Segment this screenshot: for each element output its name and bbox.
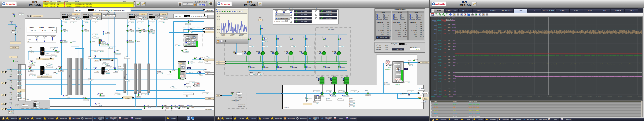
svg-text:CV2222: CV2222 xyxy=(190,29,194,30)
svg-text:A3550: A3550 xyxy=(102,70,105,71)
svg-text:1.095: 1.095 xyxy=(19,85,22,86)
svg-text:HELIUM GUARD: HELIUM GUARD xyxy=(231,100,239,101)
svg-text:911 Hz: 911 Hz xyxy=(323,96,325,97)
svg-text:84.5 %: 84.5 % xyxy=(191,62,194,64)
svg-text:1.344: 1.344 xyxy=(140,19,142,20)
svg-text:110.00: 110.00 xyxy=(452,24,455,25)
svg-text:8.2 K: 8.2 K xyxy=(411,91,413,92)
svg-text:Initializing: Initializing xyxy=(418,15,422,16)
svg-text:PT_HIAF: PT_HIAF xyxy=(419,88,423,89)
svg-text:3.9 %: 3.9 % xyxy=(398,70,401,71)
svg-text:TT3238: TT3238 xyxy=(114,92,118,93)
svg-text:%: % xyxy=(191,16,192,17)
svg-text:0.0: 0.0 xyxy=(51,67,52,68)
svg-text:Air Liquide: Air Liquide xyxy=(436,3,445,5)
svg-text:105.00: 105.00 xyxy=(448,27,450,28)
svg-text:WCS HP: WCS HP xyxy=(30,27,34,28)
svg-text:TT3590: TT3590 xyxy=(149,21,152,22)
svg-text:Fault: Fault xyxy=(378,17,380,18)
svg-text:55.00: 55.00 xyxy=(438,59,441,60)
svg-text:90.9 %: 90.9 % xyxy=(199,61,203,62)
svg-text:Started: Started xyxy=(385,17,388,18)
svg-text:30.00: 30.00 xyxy=(453,75,455,76)
svg-text:Thermal shields: Thermal shields xyxy=(206,14,213,15)
svg-text:28.34: 28.34 xyxy=(420,30,422,31)
svg-text:90.00: 90.00 xyxy=(438,37,441,38)
svg-text:CV3559: CV3559 xyxy=(113,67,116,68)
svg-text:PT4549: PT4549 xyxy=(149,31,152,32)
svg-text:HV3369: HV3369 xyxy=(92,41,95,42)
svg-text:TT3495: TT3495 xyxy=(158,21,162,22)
svg-text:FDT4551: FDT4551 xyxy=(106,65,110,66)
svg-text:0.0 %: 0.0 % xyxy=(188,42,191,43)
svg-text:VLP2 Enable: VLP2 Enable xyxy=(301,14,307,15)
svg-text:TSH2340: TSH2340 xyxy=(290,52,292,52)
svg-text:3.600: 3.600 xyxy=(434,25,436,26)
svg-text:TT2372: TT2372 xyxy=(338,45,342,46)
svg-text:TT2332: TT2332 xyxy=(276,45,279,46)
svg-text:ST3560: ST3560 xyxy=(95,16,98,17)
svg-text:From Thermal Shield: From Thermal Shield xyxy=(185,93,192,94)
svg-text:TT3510: TT3510 xyxy=(43,73,46,74)
svg-text:VP2340: VP2340 xyxy=(284,51,288,52)
svg-text:%: % xyxy=(406,36,407,37)
svg-text:VLP1 Enable: VLP1 Enable xyxy=(301,11,307,12)
svg-text:XV2369: XV2369 xyxy=(326,39,330,40)
svg-text:1533: 1533 xyxy=(163,17,165,18)
svg-text:4.50 KW: 4.50 KW xyxy=(102,44,106,45)
svg-text:1997: 1997 xyxy=(75,17,78,18)
svg-text:Compressors: Compressors xyxy=(125,98,130,99)
svg-text:3400: 3400 xyxy=(444,29,446,30)
svg-text:CV3303: CV3303 xyxy=(97,103,100,104)
svg-text:SP CL_L_CV3482 DEWAR: SP CL_L_CV3482 DEWAR xyxy=(193,16,207,17)
svg-text:0.0 %: 0.0 % xyxy=(99,105,102,106)
svg-text:To safe location: To safe location xyxy=(206,28,212,29)
svg-text:PT4502: PT4502 xyxy=(16,73,20,74)
svg-text:120.00: 120.00 xyxy=(452,17,455,18)
svg-text:200: 200 xyxy=(444,90,446,91)
svg-text:70.00: 70.00 xyxy=(438,49,441,50)
svg-text:16.0 K: 16.0 K xyxy=(131,22,134,23)
svg-text:0.1: 0.1 xyxy=(86,68,87,69)
svg-text:XV4305: XV4305 xyxy=(9,102,12,103)
svg-text:Rotating: Rotating xyxy=(385,19,388,20)
svg-text:100.0 %: 100.0 % xyxy=(319,95,323,96)
svg-text:PT4469: PT4469 xyxy=(204,69,207,70)
svg-text:Nb necessary pumps :: Nb necessary pumps : xyxy=(274,21,285,22)
svg-text:19.6 K: 19.6 K xyxy=(117,94,120,95)
svg-text:TT3480: TT3480 xyxy=(182,71,184,72)
svg-text:1.800: 1.800 xyxy=(434,60,436,61)
svg-text:Stages CCs: Stages CCs xyxy=(396,49,402,50)
svg-text:81.3 %: 81.3 % xyxy=(64,41,67,42)
svg-text:1800: 1800 xyxy=(444,60,446,61)
svg-text:2K from HIAF: 2K from HIAF xyxy=(422,93,427,94)
svg-text:80.00: 80.00 xyxy=(438,43,441,44)
svg-text:33.77: 33.77 xyxy=(403,30,406,31)
svg-text:CV3541: CV3541 xyxy=(189,105,192,106)
svg-text:0.0 %: 0.0 % xyxy=(423,101,426,102)
svg-text:15.15: 15.15 xyxy=(21,14,24,15)
svg-text:75.00: 75.00 xyxy=(453,46,455,47)
svg-text:XV4299: XV4299 xyxy=(9,80,12,81)
svg-text:Cooling water: Cooling water xyxy=(218,61,223,62)
svg-text:CV_HIAF closed: CV_HIAF closed xyxy=(400,94,407,95)
svg-text:100.0 %: 100.0 % xyxy=(9,110,13,112)
svg-text:TSH2370: TSH2370 xyxy=(338,52,340,52)
svg-text:TT2322: TT2322 xyxy=(262,45,266,46)
svg-text:M Enable M TSH: M Enable M TSH xyxy=(386,69,390,70)
svg-text:70.00: 70.00 xyxy=(448,49,450,50)
svg-text:Graph 3450: Graph 3450 xyxy=(376,49,381,50)
svg-text:8.2 K: 8.2 K xyxy=(342,91,344,92)
svg-text:CV3560: CV3560 xyxy=(84,29,87,30)
svg-text:% bis: % bis xyxy=(447,19,450,20)
svg-text:-X3501: -X3501 xyxy=(19,80,20,83)
svg-text:80.00: 80.00 xyxy=(453,43,455,44)
svg-text:To LT3286: To LT3286 xyxy=(238,101,242,102)
svg-text:65.00: 65.00 xyxy=(453,53,455,54)
svg-text:HV3379: HV3379 xyxy=(137,41,140,42)
svg-text:0.0: 0.0 xyxy=(353,99,355,100)
svg-text:PT4360: PT4360 xyxy=(92,18,95,19)
svg-text:100.0 %: 100.0 % xyxy=(136,96,140,97)
svg-text:0.00: 0.00 xyxy=(453,94,455,95)
svg-text:73.1 K: 73.1 K xyxy=(32,75,35,76)
